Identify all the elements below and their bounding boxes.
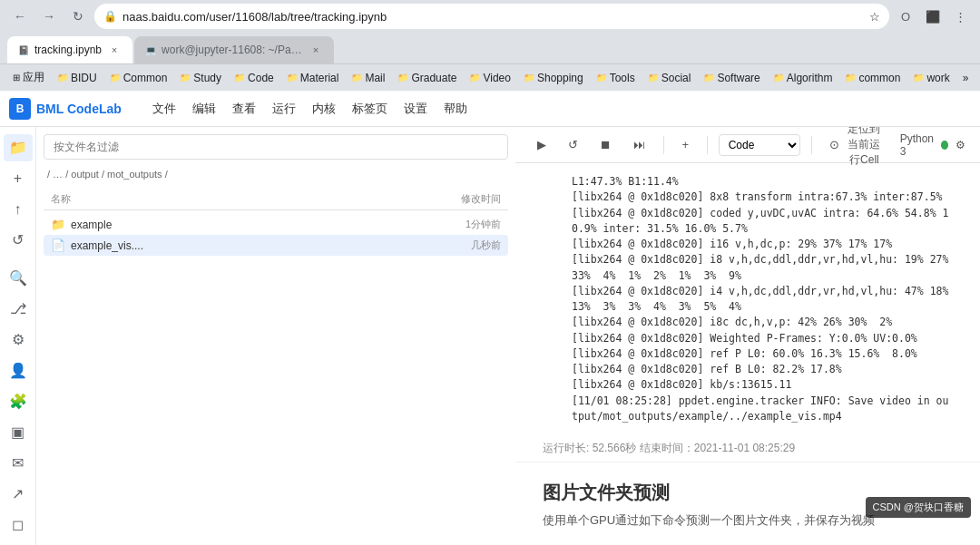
menu-file[interactable]: 文件 — [145, 97, 183, 121]
bookmark-software[interactable]: 📁 Software — [698, 69, 765, 87]
folder-icon-video: 📁 — [469, 73, 480, 83]
sidebar-icon-rail: 📁 + ↑ ↺ 🔍 ⎇ ⚙ 👤 🧩 ▣ ✉ ↗ ◻ — [0, 127, 36, 545]
bookmark-study[interactable]: 📁 Study — [174, 69, 227, 87]
bookmark-work[interactable]: 📁 work — [907, 69, 955, 87]
sidebar-icon-search[interactable]: 🔍 — [4, 265, 33, 292]
bookmark-material[interactable]: 📁 Material — [281, 69, 345, 87]
reload-button[interactable]: ↻ — [65, 4, 91, 29]
menu-tabs[interactable]: 标签页 — [345, 97, 395, 121]
header-menu: 文件 编辑 查看 运行 内核 标签页 设置 帮助 — [145, 97, 475, 121]
tab-close-work[interactable]: × — [309, 43, 323, 57]
menu-kernel[interactable]: 内核 — [305, 97, 343, 121]
restart-button[interactable]: ↺ — [561, 134, 585, 155]
sidebar-file-example[interactable]: 📁 example 1分钟前 — [44, 214, 508, 235]
toolbar-right: Python 3 ⚙ — [900, 132, 965, 158]
sidebar-icon-settings[interactable]: ⚙ — [4, 326, 33, 354]
bookmark-bidu[interactable]: 📁 BIDU — [52, 69, 103, 87]
folder-icon-code: 📁 — [234, 73, 245, 83]
toolbar-separator-3 — [811, 136, 812, 154]
sidebar-icon-puzzle[interactable]: 🧩 — [4, 387, 33, 414]
bookmark-social[interactable]: 📁 Social — [642, 69, 697, 87]
sidebar-icon-add[interactable]: + — [4, 165, 33, 192]
sidebar-icon-upload[interactable]: ↑ — [4, 196, 33, 223]
main-area: 📁 + ↑ ↺ 🔍 ⎇ ⚙ 👤 🧩 ▣ ✉ ↗ ◻ / … / output /… — [0, 127, 980, 545]
menu-settings[interactable]: 设置 — [397, 97, 435, 121]
app-logo-text: BML CodeLab — [36, 102, 122, 116]
bookmark-common2[interactable]: 📁 common — [839, 69, 906, 87]
bookmark-shopping[interactable]: 📁 Shopping — [518, 69, 589, 87]
file-name-example-vis: example_vis.... — [71, 239, 466, 252]
sidebar-file-example-vis[interactable]: 📄 example_vis.... 几秒前 — [44, 235, 508, 256]
fast-forward-button[interactable]: ⏭ — [626, 134, 652, 155]
more-bookmarks[interactable]: » — [957, 69, 975, 87]
menu-view[interactable]: 查看 — [225, 97, 263, 121]
file-time-example-vis: 几秒前 — [471, 238, 501, 252]
app-logo: B BML CodeLab — [9, 98, 122, 120]
locate-button[interactable]: ⊙ 定位到当前运行Cell — [822, 127, 893, 171]
sidebar-icon-share[interactable]: ↗ — [4, 480, 33, 507]
notebook-toolbar: ▶ ↺ ⏹ ⏭ + Code Markdown ⊙ 定位到当前运行Cell Py… — [515, 127, 980, 163]
tab-tracking[interactable]: 📓 tracking.ipynb × — [7, 36, 132, 63]
tab-bar: 📓 tracking.ipynb × 💻 work@jupyter-11608:… — [0, 33, 980, 63]
folder-icon-algorithm: 📁 — [773, 73, 784, 83]
menu-run[interactable]: 运行 — [265, 97, 303, 121]
bookmark-code[interactable]: 📁 Code — [229, 69, 279, 87]
sidebar-icon-box[interactable]: ◻ — [4, 511, 33, 538]
file-icon-example-vis: 📄 — [51, 238, 65, 252]
menu-help[interactable]: 帮助 — [436, 97, 475, 121]
toolbar-separator-2 — [707, 136, 708, 154]
address-bar[interactable]: 🔒 naas.baidu.com/user/11608/lab/tree/tra… — [94, 4, 889, 29]
bookmark-common[interactable]: 📁 Common — [104, 69, 173, 87]
apps-icon: ⊞ — [13, 73, 20, 83]
folder-icon-work: 📁 — [913, 73, 924, 83]
settings-icon-toolbar[interactable]: ⚙ — [956, 139, 965, 151]
tab-work[interactable]: 💻 work@jupyter-11608: ~/PaddleDetection … — [134, 36, 334, 63]
tab-favicon-work: 💻 — [145, 45, 156, 55]
sidebar-icon-git[interactable]: ⎇ — [4, 296, 33, 323]
extensions-button[interactable]: ⬛ — [920, 4, 946, 29]
col-time: 修改时间 — [461, 192, 501, 206]
sidebar-icon-files[interactable]: 📁 — [4, 134, 33, 161]
bookmark-bidu-label: BIDU — [71, 72, 97, 84]
browser-nav: ← → ↻ 🔒 naas.baidu.com/user/11608/lab/tr… — [0, 0, 980, 33]
bookmark-code-label: Code — [248, 72, 274, 84]
kernel-dot — [941, 141, 948, 150]
menu-button[interactable]: ⋮ — [947, 4, 973, 29]
bookmark-mail[interactable]: 📁 Mail — [346, 69, 390, 87]
sidebar-table-header: 名称 修改时间 — [44, 189, 508, 210]
sidebar-icon-refresh[interactable]: ↺ — [4, 227, 33, 254]
output-text: L1:47.3% B1:11.4% [libx264 @ 0x1d8c020] … — [572, 174, 953, 424]
sidebar-icon-terminal[interactable]: ▣ — [4, 418, 33, 445]
file-filter-input[interactable] — [44, 134, 508, 160]
sidebar-panel: / … / output / mot_outputs / 名称 修改时间 📁 e… — [36, 127, 515, 545]
sidebar-icon-mail[interactable]: ✉ — [4, 449, 33, 476]
notebook: ▶ ↺ ⏹ ⏭ + Code Markdown ⊙ 定位到当前运行Cell Py… — [515, 127, 980, 545]
bookmarks-bar: ⊞ 应用 📁 BIDU 📁 Common 📁 Study 📁 Code 📁 Ma… — [0, 63, 980, 91]
stop-button[interactable]: ⏹ — [593, 134, 619, 155]
bookmark-common-label: Common — [123, 72, 168, 84]
sidebar-icon-people[interactable]: 👤 — [4, 356, 33, 384]
menu-edit[interactable]: 编辑 — [185, 97, 223, 121]
bookmark-tools[interactable]: 📁 Tools — [591, 69, 641, 87]
bookmark-mail-label: Mail — [365, 72, 385, 84]
folder-icon-bidu: 📁 — [57, 73, 68, 83]
tab-close-tracking[interactable]: × — [107, 43, 122, 57]
bookmark-graduate[interactable]: 📁 Graduate — [392, 69, 462, 87]
run-button[interactable]: ▶ — [530, 134, 554, 155]
bookmark-apps-label: 应用 — [23, 70, 44, 85]
folder-icon-tools: 📁 — [596, 73, 607, 83]
nav-actions: O ⬛ ⋮ — [893, 4, 973, 29]
cell-type-select[interactable]: Code Markdown — [719, 134, 800, 156]
bookmark-algorithm[interactable]: 📁 Algorithm — [768, 69, 838, 87]
account-button[interactable]: O — [893, 4, 918, 29]
folder-icon-study: 📁 — [180, 73, 191, 83]
star-icon[interactable]: ☆ — [869, 10, 880, 24]
bookmark-apps[interactable]: ⊞ 应用 — [7, 67, 50, 88]
lock-icon: 🔒 — [103, 10, 117, 23]
forward-button[interactable]: → — [36, 4, 62, 29]
back-button[interactable]: ← — [7, 4, 33, 29]
csdn-badge: CSDN @贺块口香糖 — [866, 497, 971, 518]
bookmark-graduate-label: Graduate — [411, 72, 456, 84]
add-cell-button[interactable]: + — [675, 134, 697, 155]
bookmark-video[interactable]: 📁 Video — [464, 69, 515, 87]
